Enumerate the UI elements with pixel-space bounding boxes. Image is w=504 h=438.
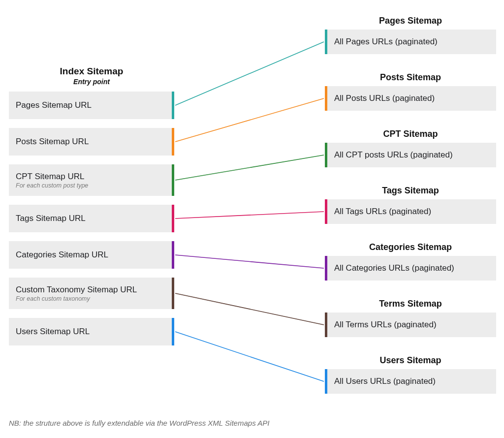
index-title: Index Sitemap: [9, 66, 174, 77]
index-subtitle: Entry point: [9, 78, 174, 86]
dest-box-categories: All Categories URLs (paginated): [325, 256, 496, 281]
index-item-label: Categories Sitemap URL: [16, 250, 165, 260]
index-item-pages: Pages Sitemap URL: [9, 92, 174, 119]
dest-box-terms: All Terms URLs (paginated): [325, 313, 496, 337]
index-item-categories: Categories Sitemap URL: [9, 241, 174, 269]
dest-title-terms: Terms Sitemap: [325, 299, 496, 309]
dest-box-cpt: All CPT posts URLs (paginated): [325, 143, 496, 167]
index-item-cpt: CPT Sitemap URL For each custom post typ…: [9, 164, 174, 196]
svg-line-1: [175, 98, 324, 142]
dest-title-tags: Tags Sitemap: [325, 186, 496, 196]
dest-box-tags: All Tags URLs (paginated): [325, 199, 496, 224]
sitemap-diagram: Index Sitemap Entry point Pages Sitemap …: [0, 0, 504, 438]
index-item-tags: Tags Sitemap URL: [9, 205, 174, 232]
dest-desc: All Pages URLs (paginated): [334, 37, 489, 47]
index-item-sublabel: For each custom post type: [16, 182, 165, 189]
dest-title-categories: Categories Sitemap: [325, 242, 496, 252]
svg-line-4: [175, 255, 324, 268]
dest-desc: All Users URLs (paginated): [334, 376, 489, 386]
dest-box-posts: All Posts URLs (paginated): [325, 86, 496, 111]
index-item-label: CPT Sitemap URL: [16, 172, 165, 182]
index-item-label: Custom Taxonomy Sitemap URL: [16, 285, 165, 295]
dest-title-cpt: CPT Sitemap: [325, 129, 496, 139]
index-item-label: Pages Sitemap URL: [16, 100, 165, 110]
footnote: NB: the struture above is fully extendab…: [9, 419, 269, 427]
dest-desc: All Categories URLs (paginated): [334, 263, 489, 273]
svg-line-3: [175, 212, 324, 219]
index-item-label: Users Sitemap URL: [16, 327, 165, 337]
index-item-sublabel: For each custom taxonomy: [16, 295, 165, 302]
dest-desc: All Posts URLs (paginated): [334, 94, 489, 103]
dest-title-posts: Posts Sitemap: [325, 72, 496, 83]
dest-box-users: All Users URLs (paginated): [325, 369, 496, 394]
index-item-label: Tags Sitemap URL: [16, 214, 165, 223]
svg-line-5: [175, 293, 324, 325]
svg-line-6: [175, 332, 324, 381]
dest-desc: All Terms URLs (paginated): [334, 320, 489, 330]
index-header: Index Sitemap Entry point: [9, 66, 174, 86]
dest-title-users: Users Sitemap: [325, 355, 496, 366]
index-item-custom-taxonomy: Custom Taxonomy Sitemap URL For each cus…: [9, 278, 174, 309]
dest-box-pages: All Pages URLs (paginated): [325, 30, 496, 54]
svg-line-2: [175, 155, 324, 180]
index-item-posts: Posts Sitemap URL: [9, 128, 174, 156]
dest-desc: All CPT posts URLs (paginated): [334, 150, 489, 160]
svg-line-0: [175, 42, 324, 105]
dest-desc: All Tags URLs (paginated): [334, 207, 489, 217]
index-item-label: Posts Sitemap URL: [16, 137, 165, 147]
dest-title-pages: Pages Sitemap: [325, 16, 496, 26]
index-item-users: Users Sitemap URL: [9, 318, 174, 345]
